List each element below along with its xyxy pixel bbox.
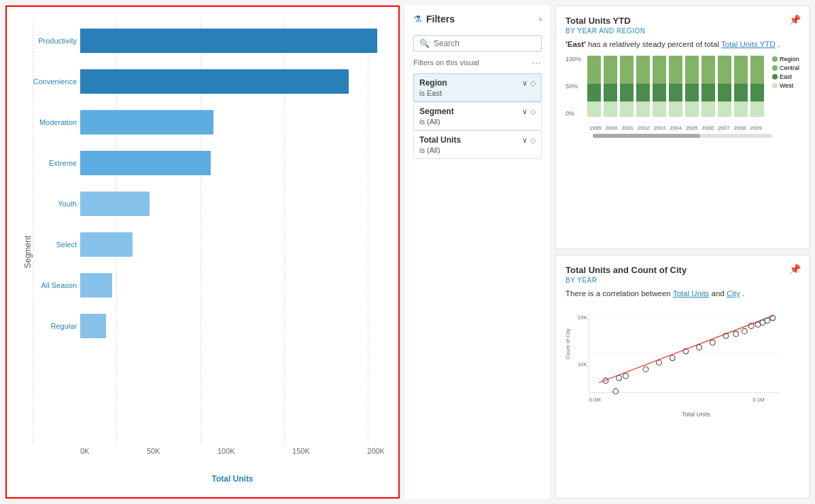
scrollbar-track[interactable] [593,134,772,138]
filter-card[interactable]: Segment ∨ ◇ is (All) [413,102,542,130]
bars-container: Productivity Convenience Moderation Extr… [33,20,385,444]
stacked-bar-segment [701,84,715,102]
bar-track [80,314,385,338]
bar-track [80,29,385,53]
card1-text-link[interactable]: Total Units YTD [721,40,776,48]
filter-card-actions: ∨ ◇ [522,136,536,145]
y-label-100: 100% [566,56,581,62]
chart-content: Productivity Convenience Moderation Extr… [33,20,385,484]
stacked-bar-segment [685,102,699,118]
stacked-bar-segment [685,84,699,102]
filter-card-value: is East [419,89,536,97]
filter-icon: ⚗ [413,14,422,24]
bar-fill [80,110,213,134]
filter-card-actions: ∨ ◇ [522,107,536,116]
bar-track [80,192,385,216]
svg-point-12 [670,355,675,361]
x-axis: 0K50K100K150K200K [33,444,385,471]
svg-point-10 [643,367,648,372]
card1-title: Total Units YTD [566,16,799,26]
bar-label: Moderation [29,118,77,126]
bar-label: Extreme [29,159,77,167]
bar-fill [80,273,112,298]
table-row: Productivity [80,20,385,61]
filter-clear-icon[interactable]: ◇ [530,79,536,88]
right-panel: × 📌 Total Units YTD BY YEAR AND REGION '… [555,5,810,499]
filter-clear-icon[interactable]: ◇ [530,136,536,145]
scrollbar-thumb[interactable] [593,134,700,138]
stacked-bar-segment [669,102,682,118]
scatter-plot: 15K 10K [566,305,799,414]
stacked-bar-segment [669,84,682,102]
bar-label: Productivity [29,37,77,45]
stacked-bar-segment [620,102,634,118]
bar-chart-panel: Segment Productivity Convenience [5,5,400,499]
x-axis-title: Total Units [33,471,385,484]
pin-icon-2[interactable]: 📌 [789,264,801,274]
bar-fill [80,314,106,338]
filter-card[interactable]: Total Units ∨ ◇ is (All) [413,130,542,159]
filters-chevron[interactable]: › [539,14,542,24]
scatter-x-title: Total Units [566,411,799,418]
filters-on-visual-label: Filters on this visual ··· [413,57,542,68]
svg-point-8 [617,376,622,381]
filter-card-value: is (All) [419,146,536,154]
card1-text-end: . [776,40,780,48]
more-options-icon[interactable]: ··· [532,57,542,68]
x-axis-tick: 0K [80,447,89,455]
table-row: Youth [80,183,385,224]
card2-link1[interactable]: Total Units [673,289,710,298]
bar-fill [80,69,349,94]
bar-track [80,151,385,175]
table-row: Select [80,224,385,265]
svg-point-24 [613,389,619,394]
stacked-bar-segment [750,56,764,84]
filter-card-header: Region ∨ ◇ [419,78,536,88]
legend-west: West [772,82,799,89]
svg-text:0.0M: 0.0M [589,397,600,403]
filter-expand-icon[interactable]: ∨ [522,79,527,88]
svg-point-18 [742,329,747,334]
filter-expand-icon[interactable]: ∨ [522,136,527,145]
card2-text: There is a correlation between Total Uni… [566,288,799,300]
card2-text-mid: and [709,289,727,298]
stacked-y-axis: 100% 50% 0% [566,56,581,117]
bar-fill [80,192,150,216]
legend-east: East [772,73,799,80]
filter-card-name: Segment [419,107,454,116]
stacked-bars-svg [587,56,764,117]
bar-label: All Season [29,281,77,289]
stacked-bar-segment [620,84,634,102]
stacked-bar-segment [685,56,699,84]
bar-fill [80,151,211,175]
y-axis-label: Segment [20,20,33,484]
stacked-bar-segment [653,102,666,118]
stacked-bar-segment [701,56,715,84]
main-container: Segment Productivity Convenience [0,0,815,504]
search-box[interactable]: 🔍 [413,35,542,52]
filter-clear-icon[interactable]: ◇ [530,107,536,116]
filter-expand-icon[interactable]: ∨ [522,107,527,116]
stacked-legend: Region Central East West [772,56,799,91]
table-row: Moderation [80,102,385,143]
stacked-bar-segment [734,102,748,118]
legend-label-central: Region [780,56,799,62]
filter-cards: Region ∨ ◇ is East Segment ∨ ◇ is (All) … [413,73,542,159]
filter-card-header: Segment ∨ ◇ [419,107,536,116]
stacked-bar-segment [587,56,601,84]
card1-subtitle: BY YEAR AND REGION [566,27,799,35]
card2-link2[interactable]: City [727,289,740,298]
svg-point-15 [710,340,715,346]
bar-label: Regular [29,322,77,330]
legend-label-west: West [780,82,793,89]
stacked-bar-segment [750,102,764,118]
stacked-bar-segment [636,102,650,118]
search-input[interactable] [434,39,536,48]
legend-dot-central2 [772,65,778,71]
filter-card[interactable]: Region ∨ ◇ is East [413,73,542,102]
stacked-bar-segment [636,84,650,102]
legend-label-east: East [780,73,792,80]
card2-subtitle: BY YEAR [566,276,799,284]
card2-text-end: . [740,289,744,298]
pin-icon-1[interactable]: 📌 [789,14,801,25]
